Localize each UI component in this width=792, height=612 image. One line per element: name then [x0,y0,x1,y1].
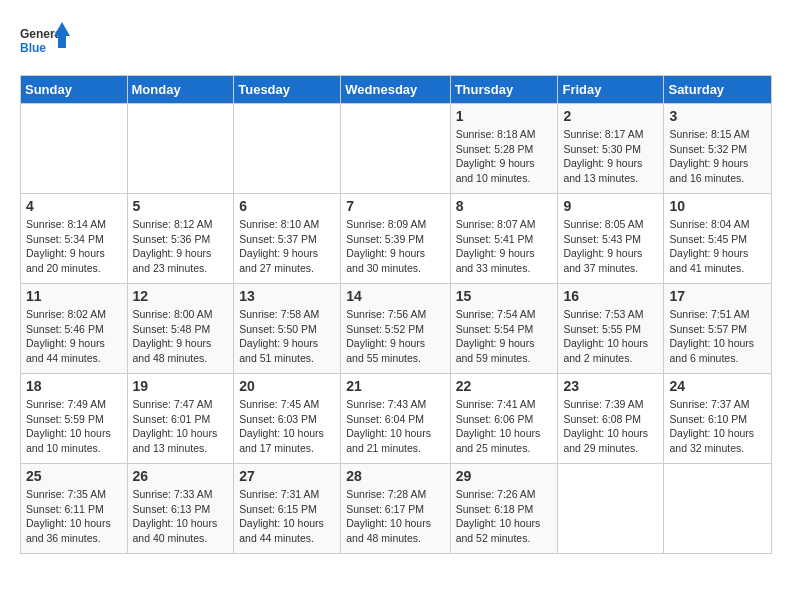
day-info: Sunrise: 7:54 AM Sunset: 5:54 PM Dayligh… [456,307,553,366]
day-info: Sunrise: 7:43 AM Sunset: 6:04 PM Dayligh… [346,397,444,456]
calendar-cell: 11Sunrise: 8:02 AM Sunset: 5:46 PM Dayli… [21,284,128,374]
day-number: 4 [26,198,122,214]
day-number: 23 [563,378,658,394]
day-info: Sunrise: 8:05 AM Sunset: 5:43 PM Dayligh… [563,217,658,276]
day-info: Sunrise: 7:35 AM Sunset: 6:11 PM Dayligh… [26,487,122,546]
day-number: 1 [456,108,553,124]
day-number: 10 [669,198,766,214]
calendar-cell: 27Sunrise: 7:31 AM Sunset: 6:15 PM Dayli… [234,464,341,554]
calendar-cell: 19Sunrise: 7:47 AM Sunset: 6:01 PM Dayli… [127,374,234,464]
day-number: 7 [346,198,444,214]
calendar-week-row: 25Sunrise: 7:35 AM Sunset: 6:11 PM Dayli… [21,464,772,554]
calendar-cell [234,104,341,194]
day-number: 5 [133,198,229,214]
calendar-cell [664,464,772,554]
calendar-cell: 7Sunrise: 8:09 AM Sunset: 5:39 PM Daylig… [341,194,450,284]
calendar-cell [21,104,128,194]
logo: General Blue [20,20,70,65]
day-number: 14 [346,288,444,304]
calendar-cell: 14Sunrise: 7:56 AM Sunset: 5:52 PM Dayli… [341,284,450,374]
calendar-cell [341,104,450,194]
header-day-monday: Monday [127,76,234,104]
calendar-cell: 20Sunrise: 7:45 AM Sunset: 6:03 PM Dayli… [234,374,341,464]
day-info: Sunrise: 7:33 AM Sunset: 6:13 PM Dayligh… [133,487,229,546]
calendar-table: SundayMondayTuesdayWednesdayThursdayFrid… [20,75,772,554]
day-info: Sunrise: 8:12 AM Sunset: 5:36 PM Dayligh… [133,217,229,276]
calendar-cell: 17Sunrise: 7:51 AM Sunset: 5:57 PM Dayli… [664,284,772,374]
day-info: Sunrise: 8:04 AM Sunset: 5:45 PM Dayligh… [669,217,766,276]
day-number: 29 [456,468,553,484]
day-info: Sunrise: 7:51 AM Sunset: 5:57 PM Dayligh… [669,307,766,366]
day-info: Sunrise: 7:56 AM Sunset: 5:52 PM Dayligh… [346,307,444,366]
day-number: 20 [239,378,335,394]
day-info: Sunrise: 8:18 AM Sunset: 5:28 PM Dayligh… [456,127,553,186]
day-number: 11 [26,288,122,304]
calendar-header-row: SundayMondayTuesdayWednesdayThursdayFrid… [21,76,772,104]
calendar-cell: 23Sunrise: 7:39 AM Sunset: 6:08 PM Dayli… [558,374,664,464]
day-info: Sunrise: 8:09 AM Sunset: 5:39 PM Dayligh… [346,217,444,276]
day-number: 16 [563,288,658,304]
day-info: Sunrise: 7:58 AM Sunset: 5:50 PM Dayligh… [239,307,335,366]
calendar-cell: 4Sunrise: 8:14 AM Sunset: 5:34 PM Daylig… [21,194,128,284]
day-info: Sunrise: 8:10 AM Sunset: 5:37 PM Dayligh… [239,217,335,276]
day-info: Sunrise: 8:02 AM Sunset: 5:46 PM Dayligh… [26,307,122,366]
calendar-week-row: 1Sunrise: 8:18 AM Sunset: 5:28 PM Daylig… [21,104,772,194]
calendar-cell: 6Sunrise: 8:10 AM Sunset: 5:37 PM Daylig… [234,194,341,284]
day-number: 24 [669,378,766,394]
day-info: Sunrise: 8:17 AM Sunset: 5:30 PM Dayligh… [563,127,658,186]
calendar-cell: 13Sunrise: 7:58 AM Sunset: 5:50 PM Dayli… [234,284,341,374]
day-number: 2 [563,108,658,124]
header-day-sunday: Sunday [21,76,128,104]
calendar-cell: 8Sunrise: 8:07 AM Sunset: 5:41 PM Daylig… [450,194,558,284]
calendar-week-row: 4Sunrise: 8:14 AM Sunset: 5:34 PM Daylig… [21,194,772,284]
day-info: Sunrise: 7:53 AM Sunset: 5:55 PM Dayligh… [563,307,658,366]
calendar-cell: 15Sunrise: 7:54 AM Sunset: 5:54 PM Dayli… [450,284,558,374]
day-number: 17 [669,288,766,304]
svg-marker-2 [54,22,70,48]
header-day-saturday: Saturday [664,76,772,104]
day-number: 18 [26,378,122,394]
day-info: Sunrise: 8:15 AM Sunset: 5:32 PM Dayligh… [669,127,766,186]
day-number: 15 [456,288,553,304]
calendar-cell: 1Sunrise: 8:18 AM Sunset: 5:28 PM Daylig… [450,104,558,194]
day-number: 13 [239,288,335,304]
calendar-cell: 2Sunrise: 8:17 AM Sunset: 5:30 PM Daylig… [558,104,664,194]
calendar-cell: 3Sunrise: 8:15 AM Sunset: 5:32 PM Daylig… [664,104,772,194]
day-info: Sunrise: 7:47 AM Sunset: 6:01 PM Dayligh… [133,397,229,456]
day-number: 9 [563,198,658,214]
calendar-cell: 12Sunrise: 8:00 AM Sunset: 5:48 PM Dayli… [127,284,234,374]
day-info: Sunrise: 8:00 AM Sunset: 5:48 PM Dayligh… [133,307,229,366]
day-info: Sunrise: 7:31 AM Sunset: 6:15 PM Dayligh… [239,487,335,546]
calendar-cell [127,104,234,194]
calendar-cell: 28Sunrise: 7:28 AM Sunset: 6:17 PM Dayli… [341,464,450,554]
day-info: Sunrise: 7:39 AM Sunset: 6:08 PM Dayligh… [563,397,658,456]
day-info: Sunrise: 7:41 AM Sunset: 6:06 PM Dayligh… [456,397,553,456]
header-day-wednesday: Wednesday [341,76,450,104]
svg-text:Blue: Blue [20,41,46,55]
logo-svg: General Blue [20,20,70,65]
day-info: Sunrise: 7:26 AM Sunset: 6:18 PM Dayligh… [456,487,553,546]
day-number: 25 [26,468,122,484]
header: General Blue [20,20,772,65]
day-number: 12 [133,288,229,304]
calendar-cell [558,464,664,554]
day-number: 22 [456,378,553,394]
day-info: Sunrise: 7:37 AM Sunset: 6:10 PM Dayligh… [669,397,766,456]
day-info: Sunrise: 7:28 AM Sunset: 6:17 PM Dayligh… [346,487,444,546]
day-number: 8 [456,198,553,214]
calendar-cell: 16Sunrise: 7:53 AM Sunset: 5:55 PM Dayli… [558,284,664,374]
day-number: 28 [346,468,444,484]
calendar-cell: 22Sunrise: 7:41 AM Sunset: 6:06 PM Dayli… [450,374,558,464]
day-number: 21 [346,378,444,394]
day-number: 6 [239,198,335,214]
day-number: 27 [239,468,335,484]
calendar-cell: 9Sunrise: 8:05 AM Sunset: 5:43 PM Daylig… [558,194,664,284]
calendar-cell: 26Sunrise: 7:33 AM Sunset: 6:13 PM Dayli… [127,464,234,554]
day-info: Sunrise: 8:07 AM Sunset: 5:41 PM Dayligh… [456,217,553,276]
calendar-cell: 10Sunrise: 8:04 AM Sunset: 5:45 PM Dayli… [664,194,772,284]
calendar-cell: 21Sunrise: 7:43 AM Sunset: 6:04 PM Dayli… [341,374,450,464]
calendar-week-row: 18Sunrise: 7:49 AM Sunset: 5:59 PM Dayli… [21,374,772,464]
calendar-week-row: 11Sunrise: 8:02 AM Sunset: 5:46 PM Dayli… [21,284,772,374]
calendar-cell: 25Sunrise: 7:35 AM Sunset: 6:11 PM Dayli… [21,464,128,554]
calendar-cell: 18Sunrise: 7:49 AM Sunset: 5:59 PM Dayli… [21,374,128,464]
